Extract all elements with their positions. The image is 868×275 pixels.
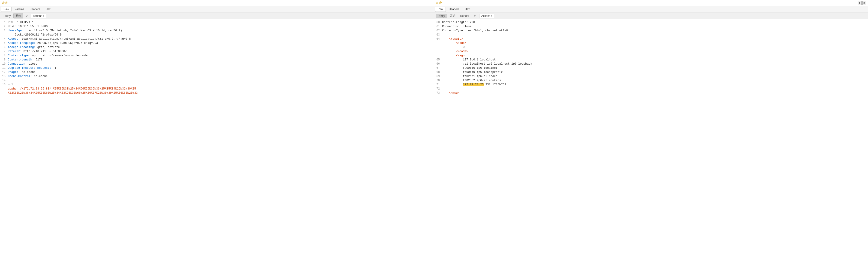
line-number: 11 bbox=[1, 66, 8, 70]
line-number: 61 bbox=[435, 25, 442, 29]
right-tab-raw[interactable]: Raw bbox=[435, 7, 446, 12]
line-content: Connection: close bbox=[8, 62, 433, 66]
left-panel-title: 请求 bbox=[0, 0, 434, 6]
line-number bbox=[1, 33, 8, 37]
left-code-area[interactable]: 1 POST / HTTP/1.1 2 Host: 10.211.55.51:8… bbox=[0, 20, 434, 275]
line-number: 60 bbox=[435, 20, 442, 25]
right-code-area[interactable]: 60 Content-Length: 220 61 Connection: cl… bbox=[434, 20, 868, 275]
table-row: %32%66%25%36%34%25%36%66%25%34%63%25%36%… bbox=[0, 91, 434, 95]
line-number: 10 bbox=[1, 62, 8, 66]
line-content: </msg> bbox=[442, 91, 867, 95]
line-content: ff02::1 ip6-allnodes bbox=[442, 74, 867, 78]
line-content: Gecko/20100101 Firefox/56.0 bbox=[8, 33, 433, 37]
line-number: 2 bbox=[1, 25, 8, 29]
table-row: 4 Accept: text/html,application/xhtml+xm… bbox=[0, 37, 434, 41]
line-content: POST / HTTP/1.1 bbox=[8, 20, 433, 25]
left-tab-raw[interactable]: Raw bbox=[1, 7, 11, 12]
line-content: ff02::2 ip6-allrouters bbox=[442, 78, 867, 82]
line-content: ff00::0 ip6-mcastprefix bbox=[442, 70, 867, 74]
right-render-tab[interactable]: Render bbox=[458, 13, 471, 18]
table-row: 61 Connection: close bbox=[434, 25, 868, 29]
line-content: %32%66%25%36%34%25%36%66%25%34%63%25%36%… bbox=[8, 91, 433, 95]
line-content: Upgrade-Insecure-Requests: 1 bbox=[8, 66, 433, 70]
table-row: 72 bbox=[434, 87, 868, 91]
right-secondary-tab-bar: Pretty 原始 Render \n Actions ▾ bbox=[434, 12, 868, 20]
table-row: 13 Cache-Control: no-cache bbox=[0, 74, 434, 78]
left-actions-chevron-icon: ▾ bbox=[43, 15, 44, 17]
line-content: Host: 10.211.55.51:8080 bbox=[8, 25, 433, 29]
left-panel: 请求 Raw Params Headers Hex Pretty 原始 \n A… bbox=[0, 0, 434, 275]
line-number: 9 bbox=[1, 58, 8, 62]
table-row: gopher://172.72.23.25:80/_%25%35%30%25%3… bbox=[0, 87, 434, 91]
left-secondary-tab-bar: Pretty 原始 \n Actions ▾ bbox=[0, 12, 434, 20]
table-row: 5 Accept-Language: zh-CN,zh;q=0.8,en-US;… bbox=[0, 41, 434, 45]
table-row: 3 User-Agent: Mozilla/5.0 (Macintosh; In… bbox=[0, 29, 434, 33]
line-content: Accept: text/html,application/xhtml+xml,… bbox=[8, 37, 433, 41]
left-raw-tab[interactable]: 原始 bbox=[13, 13, 23, 19]
line-content bbox=[442, 87, 867, 91]
line-number: 66 bbox=[435, 62, 442, 66]
line-number bbox=[1, 91, 8, 95]
left-newline-tab[interactable]: \n bbox=[24, 13, 30, 18]
line-content: Connection: close bbox=[442, 25, 867, 29]
split-horizontal-button[interactable]: ⊞ bbox=[858, 1, 862, 5]
main-container: 请求 Raw Params Headers Hex Pretty 原始 \n A… bbox=[0, 0, 868, 275]
table-row: 10 Connection: close bbox=[0, 62, 434, 66]
line-number: 63 bbox=[435, 33, 442, 37]
line-content: Content-Length: 220 bbox=[442, 20, 867, 25]
left-actions-label: Actions bbox=[33, 14, 42, 18]
right-tab-hex[interactable]: Hex bbox=[462, 7, 472, 12]
line-content: ::1 localhost ip6-localhost ip6-loopback bbox=[442, 62, 867, 66]
line-content: Content-Type: application/x-www-form-url… bbox=[8, 54, 433, 58]
line-number: 14 bbox=[1, 78, 8, 82]
line-number: 64 bbox=[435, 37, 442, 58]
table-row: 7 Referer: http://10.211.55.51:8080/ bbox=[0, 49, 434, 54]
line-content: Referer: http://10.211.55.51:8080/ bbox=[8, 49, 433, 54]
line-content: 172.72.23.25 337b171fb761 bbox=[442, 82, 867, 87]
line-number: 7 bbox=[1, 49, 8, 54]
right-actions-label: Actions bbox=[481, 14, 490, 18]
line-number: 69 bbox=[435, 74, 442, 78]
line-content: Content-Length: 5178 bbox=[8, 58, 433, 62]
right-tab-headers[interactable]: Headers bbox=[446, 7, 462, 12]
table-row: 70 ff02::2 ip6-allrouters bbox=[434, 78, 868, 82]
line-number: 6 bbox=[1, 45, 8, 49]
line-number: 65 bbox=[435, 58, 442, 62]
line-number: 72 bbox=[435, 87, 442, 91]
right-pretty-tab[interactable]: Pretty bbox=[436, 13, 447, 18]
table-row: 69 ff02::1 ip6-allnodes bbox=[434, 74, 868, 78]
right-newline-tab[interactable]: \n bbox=[472, 13, 478, 18]
line-content: fe00::0 ip6-localnet bbox=[442, 66, 867, 70]
table-row: 63 bbox=[434, 33, 868, 37]
table-row: 62 Content-Type: text/html; charset=utf-… bbox=[434, 29, 868, 33]
line-content bbox=[442, 33, 867, 37]
line-content bbox=[8, 78, 433, 82]
line-content: Content-Type: text/html; charset=utf-8 bbox=[442, 29, 867, 33]
line-number: 70 bbox=[435, 78, 442, 82]
line-number: 4 bbox=[1, 37, 8, 41]
table-row: 60 Content-Length: 220 bbox=[434, 20, 868, 25]
table-row: 73 </msg> bbox=[434, 91, 868, 95]
line-content: 127.0.0.1 localhost bbox=[442, 58, 867, 62]
left-tab-params[interactable]: Params bbox=[12, 7, 27, 12]
table-row: 71 172.72.23.25 337b171fb761 bbox=[434, 82, 868, 87]
line-number: 13 bbox=[1, 74, 8, 78]
line-number: 8 bbox=[1, 54, 8, 58]
table-row: 66 ::1 localhost ip6-localhost ip6-loopb… bbox=[434, 62, 868, 66]
right-actions-button[interactable]: Actions ▾ bbox=[479, 13, 494, 18]
left-tab-hex[interactable]: Hex bbox=[43, 7, 53, 12]
line-content: Accept-Language: zh-CN,zh;q=0.8,en-US;q=… bbox=[8, 41, 433, 45]
table-row: 65 127.0.0.1 localhost bbox=[434, 58, 868, 62]
line-number: 5 bbox=[1, 41, 8, 45]
table-row: 6 Accept-Encoding: gzip, deflate bbox=[0, 45, 434, 49]
left-pretty-tab[interactable]: Pretty bbox=[1, 13, 13, 18]
split-vertical-button[interactable]: ⊟ bbox=[863, 1, 866, 5]
line-number: 15 bbox=[1, 82, 8, 87]
right-actions-chevron-icon: ▾ bbox=[491, 15, 492, 17]
left-actions-button[interactable]: Actions ▾ bbox=[31, 13, 46, 18]
line-content: url= bbox=[8, 82, 433, 87]
left-tab-headers[interactable]: Headers bbox=[27, 7, 42, 12]
right-panel-title: 响应 ⊞ ⊟ bbox=[434, 0, 868, 6]
right-raw-tab[interactable]: 原始 bbox=[447, 13, 457, 19]
left-tab-bar: Raw Params Headers Hex bbox=[0, 6, 434, 12]
